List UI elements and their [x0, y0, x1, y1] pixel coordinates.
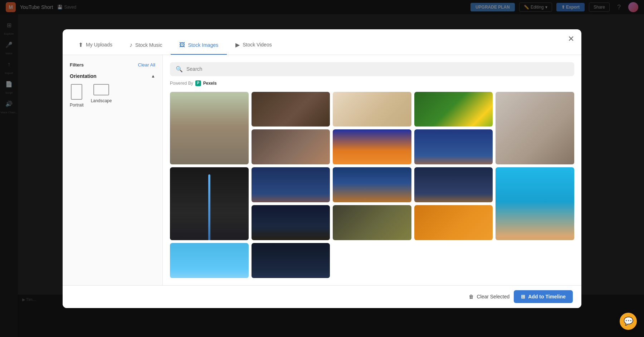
tab-stock-images[interactable]: 🖼 Stock Images	[171, 36, 227, 55]
orientation-header: Orientation ▲	[70, 73, 155, 79]
modal-tabs: ⬆ My Uploads ♪ Stock Music 🖼 Stock Image…	[63, 29, 581, 55]
music-icon: ♪	[130, 42, 132, 48]
landscape-option[interactable]: Landscape	[91, 84, 112, 108]
tab-stock-videos[interactable]: ▶ Stock Videos	[227, 36, 280, 55]
orientation-options: Portrait Landscape	[70, 84, 155, 108]
orientation-chevron: ▲	[151, 74, 155, 79]
orientation-title: Orientation	[70, 73, 97, 79]
filters-header: Filters Clear All	[70, 62, 155, 68]
content-panel: 🔍 Powered By P Pexels	[163, 55, 581, 285]
videos-icon: ▶	[235, 41, 240, 48]
image-item-6[interactable]	[252, 129, 330, 164]
image-item-5[interactable]	[496, 92, 574, 165]
modal-body: Filters Clear All Orientation ▲ Portrait…	[63, 55, 581, 285]
uploads-icon: ⬆	[78, 41, 83, 48]
portrait-option[interactable]: Portrait	[70, 84, 84, 108]
image-item-13[interactable]	[496, 167, 574, 240]
add-icon: ⊞	[521, 294, 525, 299]
image-item-15[interactable]	[333, 205, 411, 240]
search-bar: 🔍	[170, 62, 574, 76]
portrait-icon	[71, 84, 82, 100]
image-item-17[interactable]	[170, 243, 249, 278]
scroll-indicator: ⋮	[570, 169, 574, 173]
image-item-1[interactable]	[170, 92, 249, 165]
tab-stock-music[interactable]: ♪ Stock Music	[121, 36, 171, 55]
image-item-4[interactable]	[414, 92, 493, 127]
filters-title: Filters	[70, 62, 84, 68]
image-item-16[interactable]	[414, 205, 493, 240]
image-item-7[interactable]	[333, 129, 411, 164]
image-item-3[interactable]	[333, 92, 411, 127]
modal-overlay: ⬆ My Uploads ♪ Stock Music 🖼 Stock Image…	[0, 0, 644, 337]
image-item-8[interactable]	[414, 129, 493, 164]
image-item-14[interactable]	[252, 205, 330, 240]
image-grid	[170, 92, 574, 278]
modal-footer: 🗑 Clear Selected ⊞ Add to Timeline	[63, 285, 581, 308]
modal-dialog: ⬆ My Uploads ♪ Stock Music 🖼 Stock Image…	[63, 29, 581, 308]
portrait-label: Portrait	[70, 103, 84, 108]
image-item-12[interactable]	[414, 167, 493, 202]
filters-panel: Filters Clear All Orientation ▲ Portrait…	[63, 55, 163, 285]
image-item-9[interactable]	[170, 167, 249, 240]
add-to-timeline-button[interactable]: ⊞ Add to Timeline	[514, 290, 573, 303]
clear-selected-button[interactable]: 🗑 Clear Selected	[469, 294, 509, 299]
chat-bubble-button[interactable]: 💬	[620, 313, 637, 330]
image-item-11[interactable]	[333, 167, 411, 202]
powered-by: Powered By P Pexels	[170, 80, 574, 86]
image-item-10[interactable]	[252, 167, 330, 202]
tab-my-uploads[interactable]: ⬆ My Uploads	[70, 36, 121, 55]
modal-close-button[interactable]: ✕	[568, 35, 574, 43]
images-icon: 🖼	[179, 42, 185, 48]
trash-icon: 🗑	[469, 294, 474, 299]
search-input[interactable]	[186, 66, 569, 72]
pexels-name: Pexels	[203, 81, 217, 86]
landscape-label: Landscape	[91, 98, 112, 103]
search-icon: 🔍	[176, 66, 183, 73]
pexels-logo-icon: P	[195, 80, 201, 86]
clear-all-button[interactable]: Clear All	[138, 62, 155, 68]
image-item-2[interactable]	[252, 92, 330, 127]
landscape-icon	[93, 84, 109, 95]
image-item-18[interactable]	[252, 243, 330, 278]
